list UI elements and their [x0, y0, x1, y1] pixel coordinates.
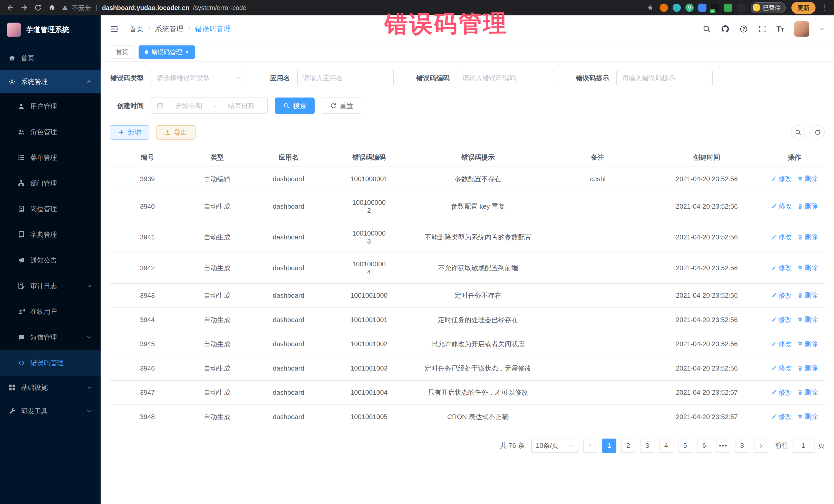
- edit-link[interactable]: 修改: [771, 388, 792, 397]
- date-range-picker[interactable]: 开始日期 - 结束日期: [151, 97, 268, 114]
- sidebar-item[interactable]: 岗位管理: [0, 196, 101, 222]
- start-date-placeholder: 开始日期: [168, 101, 210, 110]
- extension-icon[interactable]: [698, 4, 706, 12]
- cell-type: 自动生成: [185, 222, 249, 253]
- prev-page-button[interactable]: [583, 439, 597, 453]
- delete-link[interactable]: 删除: [797, 174, 818, 183]
- trash: [797, 176, 803, 182]
- error-hint-input[interactable]: [616, 70, 713, 86]
- tab-active[interactable]: 错误码管理×: [138, 45, 195, 59]
- sidebar-item[interactable]: 在线用户: [0, 299, 101, 324]
- page-more-button[interactable]: •••: [716, 439, 730, 453]
- edit-link[interactable]: 修改: [771, 364, 792, 373]
- delete-link[interactable]: 删除: [797, 315, 818, 324]
- sidebar-item[interactable]: 字典管理: [0, 222, 101, 247]
- filter-error-code: 错误码编码: [416, 70, 553, 86]
- breadcrumb-home[interactable]: 首页: [129, 24, 144, 34]
- delete-link[interactable]: 删除: [797, 339, 818, 349]
- edit-link[interactable]: 修改: [771, 315, 792, 324]
- table-search-icon[interactable]: [791, 125, 805, 139]
- tab-close-icon[interactable]: ×: [185, 49, 189, 55]
- app-name-input[interactable]: [297, 70, 394, 86]
- browser-menu-icon[interactable]: ⋮: [821, 4, 828, 12]
- help-icon[interactable]: [739, 25, 748, 34]
- extension-icon[interactable]: on: [711, 4, 719, 12]
- sidebar-item[interactable]: 通知公告: [0, 247, 101, 273]
- bookmark-star-icon[interactable]: [646, 4, 654, 12]
- delete-link[interactable]: 删除: [797, 263, 818, 272]
- breadcrumb-system[interactable]: 系统管理: [155, 24, 184, 34]
- edit-link[interactable]: 修改: [771, 174, 792, 183]
- app-logo[interactable]: 芋道管理系统: [0, 15, 101, 44]
- search-icon[interactable]: [702, 25, 711, 34]
- sidebar-item[interactable]: 短信管理: [0, 324, 101, 350]
- page-button[interactable]: 8: [735, 439, 749, 453]
- page-button[interactable]: 5: [678, 439, 692, 453]
- delete-link[interactable]: 删除: [797, 202, 818, 211]
- delete-link[interactable]: 删除: [797, 412, 818, 421]
- extension-icon[interactable]: [737, 4, 745, 12]
- edit-link[interactable]: 修改: [771, 233, 792, 241]
- extension-icon[interactable]: [724, 4, 732, 12]
- user-avatar[interactable]: [794, 21, 809, 37]
- delete-link[interactable]: 删除: [797, 364, 818, 373]
- goto-page-input[interactable]: [792, 439, 814, 453]
- reload-icon[interactable]: [34, 4, 42, 12]
- forward-icon[interactable]: [20, 4, 28, 12]
- fullscreen-icon[interactable]: [758, 25, 767, 34]
- extension-icon[interactable]: [660, 4, 668, 12]
- extension-icon[interactable]: [673, 4, 681, 12]
- edit-link[interactable]: 修改: [771, 263, 792, 272]
- profile-avatar-emoji: [753, 4, 760, 12]
- sidebar-item[interactable]: 研发工具: [0, 399, 101, 423]
- sidebar-item[interactable]: 首页: [0, 46, 101, 70]
- table-row: 3947自动生成dashboard1001001004只有开启状态的任务，才可以…: [110, 380, 825, 405]
- table-refresh-icon[interactable]: [810, 125, 825, 139]
- profile-paused-chip[interactable]: 已暂停: [751, 2, 786, 13]
- menu-fold-icon[interactable]: [110, 24, 119, 34]
- reset-button[interactable]: 重置: [322, 97, 361, 114]
- table-toolbar: 新增 导出: [110, 125, 825, 139]
- address-bar[interactable]: 不安全 | dashboard.yudao.iocoder.cn/system/…: [62, 4, 654, 12]
- error-type-select[interactable]: 请选择错误码类型: [151, 70, 247, 86]
- github-icon[interactable]: [721, 25, 729, 34]
- chevron-down-icon[interactable]: [819, 26, 825, 32]
- delete-link[interactable]: 删除: [797, 233, 818, 241]
- font-size-icon[interactable]: TT: [776, 25, 784, 33]
- page-button[interactable]: 3: [640, 439, 654, 453]
- page-button[interactable]: 6: [697, 439, 711, 453]
- sidebar-item[interactable]: 基础设施: [0, 376, 101, 399]
- cell-app: dashboard: [249, 308, 328, 332]
- tab[interactable]: 首页: [110, 45, 134, 59]
- error-code-input[interactable]: [457, 70, 553, 86]
- edit-link[interactable]: 修改: [771, 202, 792, 211]
- page-button[interactable]: 1: [602, 439, 616, 453]
- delete-link[interactable]: 删除: [797, 388, 818, 397]
- browser-home-icon[interactable]: [48, 4, 56, 12]
- cell-actions: 修改删除: [764, 191, 825, 222]
- page-button[interactable]: 4: [659, 439, 673, 453]
- edit-link[interactable]: 修改: [771, 412, 792, 421]
- sidebar-item[interactable]: 审计日志: [0, 273, 101, 299]
- edit-link[interactable]: 修改: [771, 291, 792, 300]
- cell-code: 1001000002: [328, 191, 410, 222]
- sidebar-item[interactable]: 错误码管理: [0, 350, 101, 376]
- sidebar-item[interactable]: 菜单管理: [0, 145, 101, 170]
- page-size-select[interactable]: 10条/页: [531, 439, 578, 453]
- sidebar-item[interactable]: 角色管理: [0, 119, 101, 145]
- extension-icon[interactable]: V: [685, 4, 694, 12]
- menu-list-icon: [18, 154, 25, 161]
- delete-link[interactable]: 删除: [797, 291, 818, 300]
- export-button[interactable]: 导出: [156, 125, 196, 139]
- add-button[interactable]: 新增: [110, 125, 149, 139]
- back-icon[interactable]: [6, 4, 14, 12]
- sidebar-item[interactable]: 用户管理: [0, 93, 101, 119]
- edit-link[interactable]: 修改: [771, 339, 792, 349]
- sidebar-item[interactable]: 系统管理: [0, 70, 101, 93]
- url-separator: |: [96, 4, 97, 12]
- page-button[interactable]: 2: [621, 439, 635, 453]
- next-page-button[interactable]: [754, 439, 768, 453]
- search-button[interactable]: 搜索: [275, 97, 314, 114]
- browser-update-button[interactable]: 更新: [791, 2, 815, 14]
- sidebar-item[interactable]: 部门管理: [0, 170, 101, 196]
